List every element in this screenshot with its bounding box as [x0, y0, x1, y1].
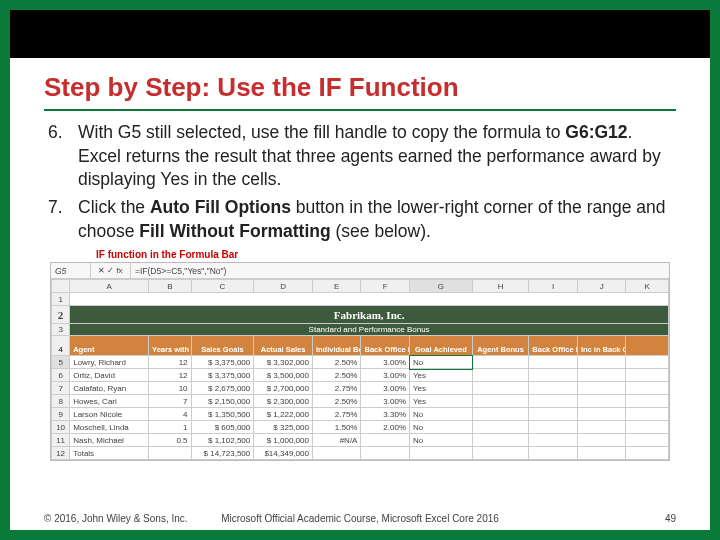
table-row: 5Lowry, Richard12$ 3,375,000$ 3,302,0002… — [52, 356, 669, 369]
figure: IF function in the Formula Bar G5 ✕ ✓ fx… — [50, 249, 670, 461]
table-row: 12Totals$ 14,723,500$14,349,000 — [52, 447, 669, 460]
formula-buttons: ✕ ✓ fx — [91, 263, 131, 278]
table-row: 6Ortiz, David12$ 3,375,000$ 3,500,0002.5… — [52, 369, 669, 382]
step-number: 6. — [48, 121, 63, 145]
page-number: 49 — [665, 513, 676, 524]
sheet-subtitle: Standard and Performance Bonus — [70, 324, 669, 336]
step-number: 7. — [48, 196, 63, 220]
table-row: 9Larson Nicole4$ 1,350,500$ 1,222,0002.7… — [52, 408, 669, 421]
table-row: 10Moschell, Linda1$ 605,000$ 325,0001.50… — [52, 421, 669, 434]
cancel-icon: ✕ — [98, 266, 105, 275]
course-name: Microsoft Official Academic Course, Micr… — [44, 513, 676, 524]
spreadsheet: ABCDEFGHIJK 1 2Fabrikam, Inc. 3Standard … — [51, 279, 669, 460]
check-icon: ✓ — [107, 266, 114, 275]
step-list: 6. With G5 still selected, use the fill … — [44, 121, 676, 243]
header-bar — [10, 10, 710, 58]
formula-bar: =IF(D5>=C5,"Yes","No") — [131, 266, 669, 276]
formula-bar-row: G5 ✕ ✓ fx =IF(D5>=C5,"Yes","No") — [51, 263, 669, 279]
excel-screenshot: G5 ✕ ✓ fx =IF(D5>=C5,"Yes","No") ABCDEFG… — [50, 262, 670, 461]
table-row: 11Nash, Michael0.5$ 1,102,500$ 1,000,000… — [52, 434, 669, 447]
name-box: G5 — [51, 263, 91, 278]
col-header-row: ABCDEFGHIJK — [52, 280, 669, 293]
page-title: Step by Step: Use the IF Function — [44, 72, 676, 111]
fx-icon: fx — [116, 266, 122, 275]
table-row: 8Howes, Cari7$ 2,150,000$ 2,300,0002.50%… — [52, 395, 669, 408]
step-6: 6. With G5 still selected, use the fill … — [74, 121, 676, 192]
content-area: Step by Step: Use the IF Function 6. Wit… — [10, 58, 710, 461]
company-title: Fabrikam, Inc. — [70, 306, 669, 324]
footer: © 2016, John Wiley & Sons, Inc. Microsof… — [44, 513, 676, 524]
figure-caption: IF function in the Formula Bar — [50, 249, 670, 260]
slide: Step by Step: Use the IF Function 6. Wit… — [10, 10, 710, 530]
table-row: 7Calafato, Ryan10$ 2,675,000$ 2,700,0002… — [52, 382, 669, 395]
table-header-row: 4 Agent Years with Fabrikam Sales Goals … — [52, 336, 669, 356]
step-7: 7. Click the Auto Fill Options button in… — [74, 196, 676, 243]
